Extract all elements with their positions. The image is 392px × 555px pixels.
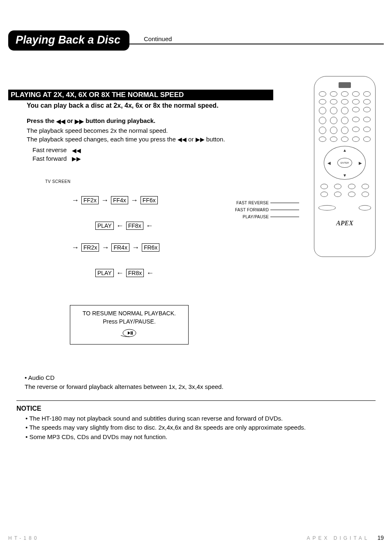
instruction-line-2c: button.	[206, 136, 225, 143]
arrow-right-icon: →	[101, 245, 109, 250]
page-title-pill: Playing Back a Disc	[8, 30, 129, 51]
remote-button	[319, 91, 326, 97]
audio-cd-head: • Audio CD	[25, 373, 384, 382]
svg-marker-1	[128, 331, 130, 335]
remote-dpad: ▲▼◀▶ ENTER	[324, 146, 366, 180]
arrow-right-icon: →	[101, 197, 108, 203]
notice-rule	[16, 400, 376, 401]
ff-step: FF8x	[126, 222, 143, 230]
fast-forward-label: Fast forward	[32, 155, 67, 162]
page-footer: HT-180 APEX DIGITAL 19	[8, 534, 384, 541]
continued-label: Continued	[144, 35, 172, 42]
arrow-left-icon: ←	[116, 270, 124, 276]
page-number: 19	[377, 534, 384, 541]
fr-step: FR6x	[142, 243, 159, 252]
resume-line-1: TO RESUME NORMAL PLAYBACK.	[73, 310, 186, 318]
fast-reverse-icon: ◀◀	[178, 136, 187, 143]
fr-step: FR8x	[126, 269, 144, 277]
arrow-left-icon: ←	[146, 223, 153, 229]
fast-forward-icon: ▶▶	[75, 118, 84, 125]
press-c: button during playback.	[85, 117, 155, 124]
fast-forward-icon: ▶▶	[196, 136, 205, 143]
arrow-right-icon: →	[131, 197, 138, 203]
press-a: Press the	[27, 117, 56, 124]
fr-step: PLAY	[95, 269, 114, 277]
instruction-line-2a: The playback speed changes, each time yo…	[27, 136, 178, 143]
fr-step: FR4x	[111, 243, 129, 252]
ff-step: FF2x	[81, 196, 99, 204]
remote-top-logo	[339, 82, 351, 88]
remote-illustration: FAST REVERSE FAST FORWARD PLAY/PAUSE ▲▼◀…	[293, 76, 376, 257]
fast-reverse-icon: ◀◀	[56, 118, 65, 125]
press-b: or	[67, 117, 75, 124]
resume-box: TO RESUME NORMAL PLAYBACK. Press PLAY/PA…	[70, 305, 189, 345]
fr-step: FR2x	[81, 243, 99, 252]
arrow-right-icon: →	[71, 245, 79, 250]
arrow-right-icon: →	[132, 245, 139, 250]
page-title: Playing Back a Disc	[16, 34, 120, 46]
callout-play-pause: PLAY/PAUSE	[243, 213, 269, 220]
ff-step: FF4x	[111, 196, 128, 204]
notice-list: • The HT-180 may not playback sound and …	[25, 414, 384, 442]
notice-heading: NOTICE	[16, 405, 384, 412]
resume-line-2: Press PLAY/PAUSE.	[73, 318, 186, 326]
notice-item: • Some MP3 CDs, CDs and DVDs may not fun…	[25, 432, 384, 442]
instruction-line-2b: or	[188, 136, 196, 143]
ff-step: PLAY	[95, 222, 114, 230]
arrow-left-icon: ←	[116, 223, 124, 229]
fast-reverse-icon: ◀◀	[72, 147, 81, 155]
arrow-right-icon: →	[71, 197, 79, 203]
ff-step: FF6x	[141, 196, 158, 204]
callout-fast-reverse: FAST REVERSE	[236, 199, 269, 206]
fast-forward-icon: ▶▶	[72, 155, 81, 163]
svg-rect-2	[131, 331, 131, 335]
audio-cd-note: • Audio CD The reverse or forward playba…	[25, 373, 384, 391]
footer-left: HT-180	[8, 535, 39, 541]
fast-reverse-label: Fast reverse	[32, 146, 67, 153]
arrow-left-icon: ←	[146, 270, 154, 276]
notice-item: • The speeds may vary slightly from disc…	[25, 423, 384, 432]
remote-brand: APEX	[318, 220, 371, 227]
audio-cd-line: The reverse or forward playback alternat…	[25, 382, 384, 391]
svg-rect-3	[132, 331, 133, 335]
remote-enter: ENTER	[337, 158, 352, 168]
notice-item: • The HT-180 may not playback sound and …	[25, 414, 384, 423]
callout-fast-forward: FAST FORWARD	[235, 206, 269, 213]
play-pause-icon	[73, 328, 186, 341]
section-heading: PLAYING AT 2X, 4X, 6X OR 8X THE NORMAL S…	[8, 90, 273, 100]
footer-right: APEX DIGITAL	[307, 535, 369, 541]
